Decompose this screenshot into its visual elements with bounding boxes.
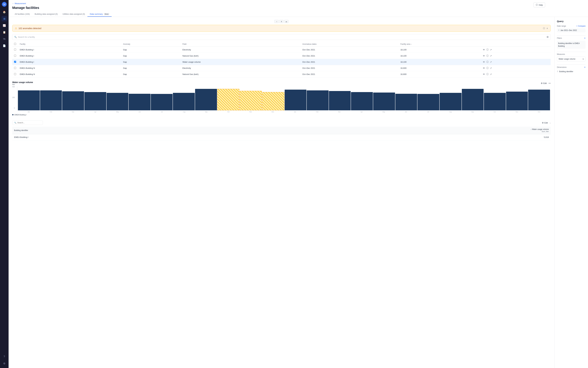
app-logo[interactable]: [2, 2, 7, 7]
search-icon-2: 🔍: [14, 122, 16, 124]
dimensions-label: Dimensions: [557, 66, 567, 68]
normal-bar[interactable]: [195, 89, 217, 110]
normal-bar[interactable]: [373, 92, 395, 110]
chart-more-icon[interactable]: •••: [549, 82, 551, 84]
data-table-body: EMEA Building I 5,618: [12, 134, 551, 140]
anomaly-table: Facility Anomaly Field Anomalous dates F…: [12, 42, 551, 77]
date-range-item[interactable]: ⠿ Jan 2021–Dec 2022: [557, 28, 586, 32]
anomaly-bar[interactable]: [217, 89, 239, 110]
normal-bar[interactable]: [329, 91, 351, 110]
select-all-checkbox[interactable]: [14, 43, 16, 45]
expand-icon[interactable]: ↗: [490, 61, 492, 64]
view-icon[interactable]: 👁: [483, 61, 485, 63]
chart-unit: liter: [12, 83, 33, 85]
sidebar-help-icon[interactable]: ?: [1, 354, 7, 359]
anomaly-bar[interactable]: [262, 92, 284, 110]
field-cell: Electricity: [181, 65, 300, 71]
expand-icon[interactable]: ↗: [490, 55, 492, 57]
view-icon[interactable]: 👁: [483, 48, 485, 51]
view-icon[interactable]: 👁: [483, 73, 485, 75]
help-button[interactable]: ⓘ Help: [534, 2, 545, 7]
sidebar-clipboard-icon[interactable]: 📋: [1, 29, 7, 35]
x-axis-label: Jan: [284, 111, 306, 113]
chart-edit-button[interactable]: ⚙ Edit: [541, 82, 547, 84]
expand-icon[interactable]: ↗: [490, 73, 492, 76]
x-axis-label: Sep: [195, 111, 217, 113]
sidebar-doc-icon[interactable]: 📄: [1, 43, 7, 48]
x-axis-label: Aug: [173, 111, 195, 113]
normal-bar[interactable]: [62, 91, 84, 110]
anomaly-info-icon[interactable]: ⓘ: [543, 27, 545, 30]
normal-bar[interactable]: [285, 90, 307, 110]
normal-bar[interactable]: [173, 93, 195, 110]
normal-bar[interactable]: [40, 90, 62, 110]
search-input[interactable]: [18, 36, 545, 38]
table-edit-button[interactable]: ⚙ Edit: [542, 122, 548, 124]
normal-bar[interactable]: [18, 90, 40, 110]
sidebar-shop-icon[interactable]: 🛍: [1, 36, 7, 42]
topbar: ← Measurement Manage facilities ⓘ Help A…: [9, 0, 588, 17]
field-cell: Electricity: [181, 47, 300, 53]
row-checkbox[interactable]: [14, 73, 16, 75]
info-icon[interactable]: ⓘ: [486, 67, 489, 70]
anomaly-cell: Gap: [121, 59, 181, 65]
row-checkbox[interactable]: [14, 67, 16, 69]
table-download-icon[interactable]: ↓: [550, 122, 551, 124]
data-search-input[interactable]: [17, 122, 41, 124]
expand-icon[interactable]: ↗: [490, 48, 492, 51]
normal-bar[interactable]: [395, 94, 417, 110]
normal-bar[interactable]: [107, 93, 128, 110]
view-single-icon[interactable]: ▭: [274, 20, 279, 23]
info-icon[interactable]: ⓘ: [486, 54, 489, 57]
tab-building-data[interactable]: Building data assigned (0): [32, 12, 60, 17]
sidebar-chart-icon[interactable]: 📈: [1, 23, 7, 28]
anomaly-bar[interactable]: [240, 91, 262, 110]
x-axis-label: Jan: [18, 111, 40, 113]
view-icon[interactable]: 👁: [483, 55, 485, 57]
normal-bar[interactable]: [129, 94, 151, 110]
tab-utilities-data[interactable]: Utilities data assigned (0): [60, 12, 87, 17]
normal-bar[interactable]: [307, 90, 329, 110]
anomaly-collapse-icon[interactable]: ∧: [546, 27, 548, 29]
info-icon[interactable]: ⓘ: [486, 61, 489, 64]
table-settings-icon[interactable]: ⚙: [546, 36, 549, 38]
sidebar-home-icon[interactable]: 🏠: [1, 9, 7, 15]
normal-bar[interactable]: [528, 90, 550, 110]
back-link[interactable]: ← Measurement: [12, 2, 584, 5]
view-grid-icon[interactable]: ⊞: [279, 20, 284, 23]
facility-cell: EMEA Building I: [18, 47, 121, 53]
divider-1: [557, 35, 586, 36]
table-row: EMEA Building I Gap Water usage volume O…: [12, 59, 551, 65]
sidebar-dashboard-icon[interactable]: ⊞: [1, 16, 7, 21]
main-area: ← Measurement Manage facilities ⓘ Help A…: [9, 0, 588, 368]
normal-bar[interactable]: [151, 94, 173, 110]
normal-bar[interactable]: [84, 92, 106, 110]
normal-bar[interactable]: [462, 89, 484, 110]
normal-bar[interactable]: [417, 94, 439, 110]
row-checkbox[interactable]: [14, 61, 16, 63]
compare-link[interactable]: + Compare: [576, 25, 586, 27]
info-icon[interactable]: ⓘ: [486, 48, 489, 51]
add-dimension-button[interactable]: +: [584, 66, 586, 69]
tab-data-summary[interactable]: Data summary Beta: [87, 12, 112, 17]
anomaly-cell: Gap: [121, 71, 181, 77]
dates-cell: Oct–Dec 2021: [301, 47, 398, 53]
x-axis-label: Jul: [417, 111, 439, 113]
expand-icon[interactable]: ↗: [490, 67, 492, 70]
normal-bar[interactable]: [351, 92, 373, 110]
tab-all-facilities[interactable]: All facilities (104): [12, 12, 32, 17]
normal-bar[interactable]: [506, 92, 528, 110]
sidebar-settings-icon[interactable]: ⚙: [1, 361, 7, 366]
row-checkbox[interactable]: [14, 49, 16, 51]
y-label-200: 200: [12, 97, 15, 98]
data-table-search: 🔍: [12, 120, 43, 125]
anomaly-count-text: 102 anomalies detected: [18, 27, 41, 29]
add-filter-button[interactable]: +: [584, 37, 586, 39]
view-icon[interactable]: 👁: [483, 67, 485, 69]
normal-bar[interactable]: [440, 93, 461, 110]
measures-select[interactable]: Water usage volume ∨: [557, 56, 586, 61]
info-icon[interactable]: ⓘ: [486, 73, 489, 76]
row-checkbox[interactable]: [14, 55, 16, 57]
normal-bar[interactable]: [484, 93, 506, 110]
view-wide-icon[interactable]: ▬: [284, 20, 289, 23]
